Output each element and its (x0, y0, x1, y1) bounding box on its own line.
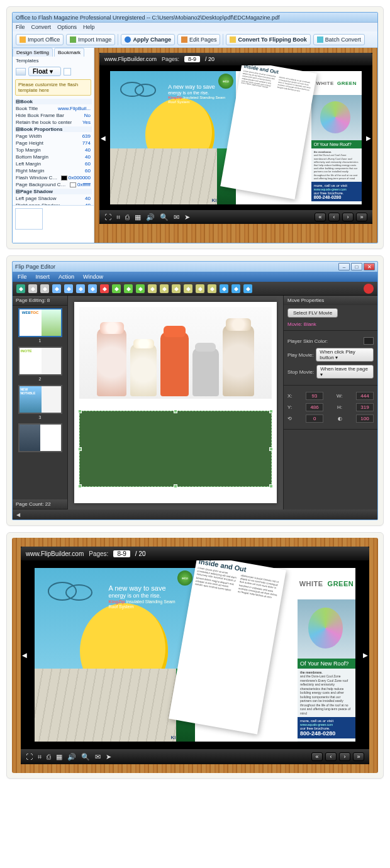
next-arrow[interactable]: ▶ (365, 131, 372, 145)
prop-row[interactable]: Page Width639 (14, 133, 92, 140)
h-field[interactable]: 319 (356, 403, 374, 411)
fit-icon[interactable]: ⛶ (104, 213, 111, 221)
tab-design-setting[interactable]: Design Setting (13, 48, 53, 57)
prop-row[interactable]: Top Margin40 (14, 147, 92, 153)
template-dropdown[interactable]: Float ▾ (28, 67, 61, 76)
alpha-field[interactable]: 100 (356, 415, 374, 423)
text-icon[interactable]: ◆ (40, 284, 49, 293)
align-top-icon[interactable]: ◆ (184, 284, 192, 293)
tab-bookmark[interactable]: Bookmark (54, 48, 84, 57)
page-thumb[interactable]: INOTE2 (18, 347, 62, 376)
batch-convert-button[interactable]: Batch Convert (313, 34, 365, 45)
video-placeholder[interactable] (79, 411, 272, 487)
thumbnails-icon[interactable]: ⌗ (38, 753, 42, 761)
prev-arrow[interactable]: ◀ (99, 131, 107, 145)
page-thumb[interactable]: WEBTOC1 (18, 308, 62, 337)
align-center-icon[interactable]: ◆ (160, 284, 169, 293)
image-icon[interactable]: ◆ (52, 284, 61, 293)
import-office-button[interactable]: Import Office (16, 34, 64, 45)
share-icon[interactable]: ➤ (184, 213, 190, 221)
select-flv-button[interactable]: Select FLV Movie (287, 308, 338, 318)
menu-insert[interactable]: Insert (36, 274, 50, 280)
save-icon[interactable]: ◆ (16, 284, 25, 293)
sound-icon[interactable]: 🔊 (67, 753, 76, 761)
close-panel-button[interactable] (364, 284, 374, 294)
x-field[interactable]: 93 (306, 392, 323, 400)
menu-options[interactable]: Options (57, 24, 77, 30)
zoom-icon[interactable]: 🔍 (160, 213, 169, 221)
prev-arrow[interactable]: ◀ (21, 648, 28, 662)
canvas-area[interactable] (68, 296, 283, 509)
thumbnail-1[interactable] (15, 208, 43, 230)
email-icon[interactable]: ✉ (174, 213, 179, 221)
page-input[interactable]: 8-9 (184, 56, 200, 62)
menu-window[interactable]: Window (83, 274, 103, 280)
convert-flipping-button[interactable]: Convert To Flipping Book (226, 34, 310, 45)
grid-icon[interactable]: ▦ (56, 753, 62, 761)
menu-file[interactable]: File (18, 274, 27, 280)
minimize-button[interactable]: – (338, 263, 350, 270)
zoom-in-icon[interactable]: ◆ (220, 284, 228, 293)
prev-icon[interactable]: ‹ (325, 752, 337, 761)
help-icon[interactable]: ◆ (243, 284, 252, 293)
menu-action[interactable]: Action (58, 274, 74, 280)
prop-row[interactable]: Bottom Margin40 (14, 153, 92, 160)
sound-icon[interactable]: 🔊 (146, 213, 155, 221)
prop-group[interactable]: ⊟Book Proportions (14, 126, 92, 132)
print-icon[interactable]: ⎙ (47, 753, 51, 761)
align-bottom-icon[interactable]: ◆ (208, 284, 216, 293)
rotation-field[interactable]: 0 (306, 415, 323, 423)
video-icon[interactable]: ◆ (76, 284, 85, 293)
prev-icon[interactable]: ‹ (328, 213, 340, 221)
delete-icon[interactable]: ◆ (100, 284, 109, 293)
thumbnails-icon[interactable]: ⌗ (116, 213, 120, 221)
apply-change-button[interactable]: Apply Change (121, 34, 175, 45)
zoom-icon[interactable]: 🔍 (81, 753, 90, 761)
y-field[interactable]: 486 (306, 403, 323, 411)
fit-icon[interactable]: ⛶ (26, 753, 33, 761)
cut-icon[interactable]: ◆ (124, 284, 133, 293)
first-icon[interactable]: « (311, 752, 323, 761)
prop-row[interactable]: Hide Book Frame BarNo (14, 112, 92, 119)
maximize-button[interactable]: □ (351, 263, 362, 270)
select-icon[interactable]: ◆ (28, 284, 37, 293)
import-image-button[interactable]: Import Image (66, 34, 115, 45)
align-left-icon[interactable]: ◆ (148, 284, 157, 293)
prop-row[interactable]: Left page Shadow40 (14, 195, 92, 202)
prop-row[interactable]: Right Margin60 (14, 167, 92, 174)
grid-icon[interactable]: ▦ (135, 213, 141, 221)
play-movie-dropdown[interactable]: When click Play button ▾ (316, 348, 374, 362)
menu-convert[interactable]: Convert (31, 24, 52, 30)
viewer-stage[interactable]: ◀ ▶ A new way to save energy is on the r… (21, 560, 369, 749)
w-field[interactable]: 444 (356, 392, 374, 400)
audio-icon[interactable]: ◆ (88, 284, 97, 293)
menu-file[interactable]: File (16, 24, 25, 30)
last-icon[interactable]: » (356, 213, 367, 221)
property-list[interactable]: ⊟Book Book Titlewww.FlipBuil... Hide Boo… (13, 97, 94, 205)
template-settings-icon[interactable] (64, 68, 71, 75)
edit-pages-button[interactable]: Edit Pages (177, 34, 221, 45)
skin-color-swatch[interactable] (364, 337, 374, 345)
share-icon[interactable]: ➤ (106, 753, 111, 761)
menu-help[interactable]: Help (83, 24, 95, 30)
align-middle-icon[interactable]: ◆ (196, 284, 204, 293)
viewer-stage[interactable]: ◀ ▶ A new way to save energy is on the r… (99, 65, 372, 210)
shape-icon[interactable]: ◆ (64, 284, 73, 293)
page-thumb[interactable] (18, 423, 62, 452)
zoom-out-icon[interactable]: ◆ (231, 284, 240, 293)
prop-row[interactable]: Left Margin60 (14, 160, 92, 167)
copy-icon[interactable]: ◆ (112, 284, 121, 293)
last-icon[interactable]: » (353, 752, 364, 761)
next-icon[interactable]: › (342, 213, 354, 221)
prop-row[interactable]: Book Titlewww.FlipBuil... (14, 105, 92, 112)
paste-icon[interactable]: ◆ (136, 284, 145, 293)
prop-row[interactable]: Page Background Color0xffffff (14, 181, 92, 188)
align-right-icon[interactable]: ◆ (172, 284, 181, 293)
first-icon[interactable]: « (315, 213, 326, 221)
prop-group[interactable]: ⊟Book (14, 99, 92, 104)
close-button[interactable]: ✕ (364, 263, 375, 270)
page-thumb[interactable]: NEWNOTABLE3 (18, 385, 62, 414)
print-icon[interactable]: ⎙ (125, 213, 130, 221)
stop-movie-dropdown[interactable]: When leave the page ▾ (316, 365, 374, 379)
email-icon[interactable]: ✉ (95, 753, 101, 761)
